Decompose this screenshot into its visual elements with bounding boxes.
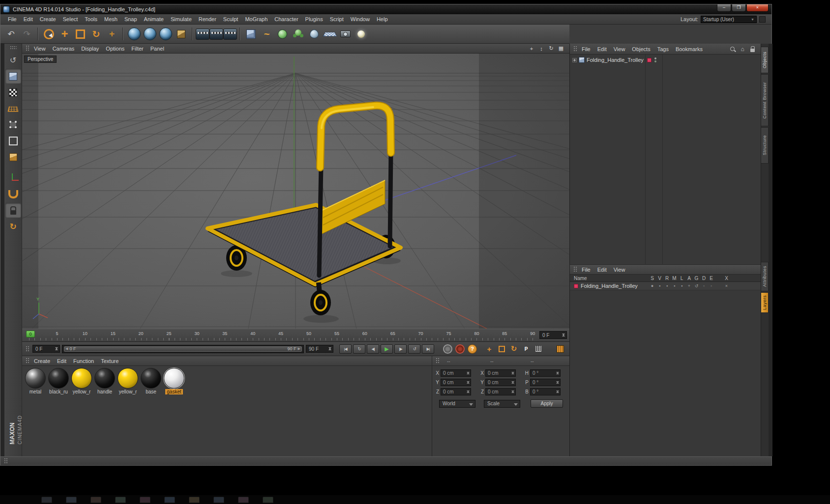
size-y-field[interactable]: 0 cm [485,379,516,386]
record-parameter-icon[interactable]: P [521,344,532,354]
taskbar-icon[interactable] [263,497,273,503]
menu-item[interactable]: File [4,16,20,22]
taskbar-icon[interactable] [115,497,126,503]
end-frame-field[interactable]: 90 F [306,345,333,353]
menu-item[interactable]: Snap [121,16,141,22]
menu-item[interactable]: Plugins [302,16,326,22]
expand-icon[interactable] [572,58,577,62]
material-item[interactable]: metal [24,368,47,394]
scale-tool-icon[interactable] [73,27,88,42]
menu-item[interactable]: Tools [81,16,101,22]
rotate-view-icon[interactable]: ↻ [547,45,556,53]
viewport-menu-item[interactable]: Filter [128,46,147,52]
palette-grip[interactable] [10,46,17,50]
rotate-tool-icon[interactable]: ↻ [89,27,104,42]
menu-item[interactable]: Render [195,16,220,22]
close-button[interactable]: × [746,4,769,12]
viewport-grip[interactable] [26,45,29,52]
play-button[interactable]: ▶ [381,344,393,354]
record-keyframe-button[interactable] [443,344,452,354]
layer-animation-icon[interactable]: + [685,283,693,288]
taskbar-icon[interactable] [189,497,200,503]
material-preview[interactable] [48,368,69,389]
previous-frame-button[interactable]: ◀| [367,344,379,354]
viewport-menu-item[interactable]: View [30,46,49,52]
layer-manager-grip[interactable] [573,266,577,273]
material-item[interactable]: handle [93,368,116,394]
render-picture-viewer-icon[interactable] [209,28,223,39]
search-icon[interactable] [729,46,736,53]
lock-workplane-icon[interactable] [5,203,21,218]
light-icon[interactable] [354,27,369,42]
object-type-icon[interactable] [579,57,585,63]
object-manager-menu-item[interactable]: View [610,46,629,52]
object-manager-list[interactable]: Folding_Handle_Trolley [570,55,761,264]
material-preview[interactable] [118,368,138,389]
titlebar[interactable]: CINEMA 4D R14.014 Studio - [Folding_Hand… [0,4,771,14]
render-view-icon[interactable] [196,28,209,39]
material-item[interactable]: black_ru [47,368,70,394]
menu-item[interactable]: Mesh [101,16,121,22]
lock-x-axis-icon[interactable]: X [126,27,142,42]
live-selection-icon[interactable] [41,27,57,42]
menu-item[interactable]: Edit [20,16,36,22]
object-row[interactable]: Folding_Handle_Trolley [572,57,644,63]
layer-xref-icon[interactable]: × [723,283,730,288]
make-editable-icon[interactable]: ↺ [5,53,21,67]
layer-manager-menu-item[interactable]: View [610,267,629,273]
material-preview[interactable] [25,368,46,389]
redo-icon[interactable]: ↷ [19,27,34,42]
layer-manager-list[interactable]: Folding_Handle_Trolley ●▪▪▪▪+↺◦◦× [570,282,761,456]
size-x-field[interactable]: 0 cm [485,369,516,377]
rotation-h-field[interactable]: 0 ° [530,369,561,377]
rotation-b-field[interactable]: 0 ° [530,388,561,395]
snap-magnet-icon[interactable] [5,187,21,201]
taskbar-icon[interactable] [140,497,150,503]
taskbar-icon[interactable] [238,497,249,503]
material-item[interactable]: base [140,368,162,394]
viewport-menu-item[interactable]: Cameras [49,46,78,52]
lock-icon[interactable] [749,46,756,53]
material-item[interactable]: gasket [163,368,185,394]
viewport-menu-item[interactable]: Options [102,46,128,52]
layer-manager-menu-item[interactable]: Edit [594,267,610,273]
taskbar-icon[interactable] [213,497,224,503]
menu-item[interactable]: MoGraph [241,16,271,22]
size-z-field[interactable]: 0 cm [485,388,516,395]
maximize-button[interactable]: ❐ [732,4,746,12]
preview-range-slider[interactable]: ◀ 0 F 90 F ▶ [62,345,304,353]
material-preview[interactable] [141,368,161,389]
menu-item[interactable]: Select [59,16,82,22]
quantize-rotate-icon[interactable]: ↻ [5,219,21,234]
taskbar-icon[interactable] [41,497,52,503]
add-spline-icon[interactable]: ~ [259,27,274,42]
material-preview[interactable] [71,368,92,389]
menu-item[interactable]: Sculpt [220,16,242,22]
layer-manager-icon[interactable]: ▪ [671,283,678,288]
workplane-mode-icon[interactable] [5,101,21,116]
materials-menu-item[interactable]: Create [30,358,54,364]
autokeying-button[interactable] [455,344,465,354]
position-y-field[interactable]: 0 cm [441,379,471,386]
side-tab[interactable]: Layers [761,292,769,313]
materials-menu-item[interactable]: Texture [97,358,122,364]
cloner-icon[interactable] [291,27,306,42]
layer-manager-menu-item[interactable]: File [578,267,594,273]
material-preview[interactable] [94,368,115,389]
range-track[interactable] [64,346,302,352]
range-start-handle[interactable]: ◀ 0 F [65,346,76,351]
edges-mode-icon[interactable] [5,134,21,148]
record-position-icon[interactable]: + [484,344,495,354]
lock-y-axis-icon[interactable]: Y [142,27,157,42]
axis-mode-icon[interactable] [5,170,21,185]
transport-grip[interactable] [26,346,29,352]
interface-toggle-icon[interactable] [555,344,565,354]
status-grip[interactable] [4,458,7,464]
metaball-icon[interactable] [306,27,322,42]
add-cube-icon[interactable] [243,27,259,42]
coordinate-system-icon[interactable] [174,27,189,42]
loop-mode-button[interactable]: ↻ [353,344,365,354]
apply-button[interactable]: Apply [531,399,563,408]
playhead[interactable]: 0 [26,331,35,337]
object-manager-grip[interactable] [573,46,577,52]
